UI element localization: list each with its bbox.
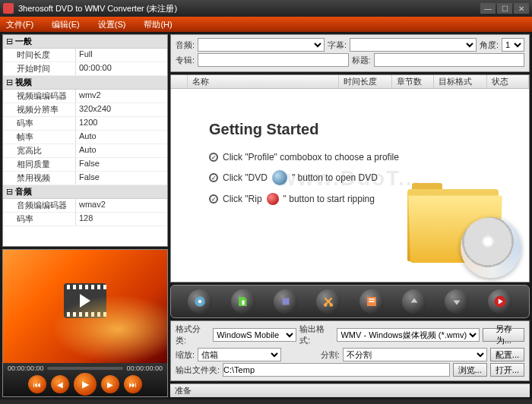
prop-val[interactable]: 320x240 [75, 103, 167, 116]
prop-val[interactable]: wmv2 [75, 90, 167, 103]
prop-row[interactable]: 相同质量False [3, 158, 167, 172]
film-icon [64, 283, 106, 318]
prop-key: 开始时间 [3, 62, 75, 75]
window-title: 3herosoft DVD to WMV Converter (未注册) [18, 3, 479, 14]
gs-line3a: Click "Rip [223, 194, 262, 204]
audio-select[interactable] [198, 38, 325, 52]
audio-label: 音频: [176, 39, 195, 51]
col-status[interactable]: 状态 [487, 75, 529, 88]
format-cat-select[interactable]: WindowS Mobile [213, 328, 296, 342]
rewind-button[interactable]: ◀ [51, 375, 69, 393]
subtitle-select[interactable] [350, 38, 477, 52]
col-check[interactable] [171, 75, 188, 88]
prop-row[interactable]: 宽高比Auto [3, 144, 167, 158]
svg-point-1 [198, 300, 202, 304]
split-select[interactable]: 不分割 [343, 348, 487, 361]
prop-key: 视频编编码器 [3, 90, 75, 103]
status-text: 准备 [175, 386, 192, 395]
prop-key: 视频分辨率 [3, 103, 75, 116]
prop-row[interactable]: 码率128 [3, 213, 167, 226]
gs-heading: Getting Started [209, 121, 399, 138]
open-folder-button[interactable]: 打开... [490, 363, 524, 377]
prop-row[interactable]: 禁用视频False [3, 172, 167, 185]
prop-row[interactable]: 视频编编码器wmv2 [3, 90, 167, 103]
col-target[interactable]: 目标格式 [434, 75, 487, 88]
config-button[interactable]: 配置... [490, 348, 524, 361]
prop-group[interactable]: 一般 [3, 35, 167, 49]
next-button[interactable]: ⏭ [124, 375, 142, 393]
properties-scroll[interactable]: 一般时间长度Full开始时间00:00:00视频视频编编码器wmv2视频分辨率3… [3, 35, 167, 246]
output-settings: 格式分类: WindowS Mobile 输出格式: WMV - Windows… [170, 320, 530, 381]
rip-icon [267, 193, 279, 205]
play-button[interactable]: ▶ [74, 373, 97, 396]
bullet-icon: ✓ [209, 173, 218, 182]
app-logo-icon [3, 3, 14, 14]
folder-art [407, 183, 514, 274]
prop-val[interactable]: False [75, 172, 167, 185]
move-up-button[interactable] [402, 289, 426, 314]
browse-button[interactable]: 浏览... [453, 363, 487, 377]
menu-edit[interactable]: 编辑(E) [52, 19, 80, 30]
prop-val[interactable]: False [75, 158, 167, 171]
rip-button[interactable] [488, 289, 512, 314]
output-format-select[interactable]: WMV - Windows媒体视频 (*.wmv) [337, 328, 480, 342]
prop-row[interactable]: 开始时间00:00:00 [3, 62, 167, 76]
prev-button[interactable]: ⏮ [28, 375, 46, 393]
seek-slider[interactable] [47, 367, 124, 370]
prop-key: 相同质量 [3, 158, 75, 171]
minimize-button[interactable]: — [480, 3, 496, 14]
prop-group[interactable]: 视频 [3, 76, 167, 90]
title-input[interactable] [374, 53, 524, 67]
gs-line2a: Click "DVD [223, 172, 268, 183]
prop-val[interactable]: 1200 [75, 117, 167, 130]
maximize-button[interactable]: ☐ [497, 3, 512, 14]
open-dvd-button[interactable] [188, 289, 212, 314]
bullet-icon: ✓ [209, 194, 218, 204]
bullet-icon: ✓ [209, 153, 218, 162]
file-list: 名称 时间长度 章节数 目标格式 状态 www.DuoT... Getting … [170, 74, 530, 282]
prop-row[interactable]: 码率1200 [3, 117, 167, 131]
prop-row[interactable]: 时间长度Full [3, 49, 167, 62]
prop-row[interactable]: 帧率Auto [3, 131, 167, 144]
album-input[interactable] [198, 53, 348, 67]
move-down-button[interactable] [445, 289, 469, 314]
title-label: 标题: [352, 55, 371, 66]
col-duration[interactable]: 时间长度 [339, 75, 392, 88]
prop-val[interactable]: Full [75, 49, 167, 62]
output-format-label: 输出格式: [299, 324, 334, 346]
menu-settings[interactable]: 设置(S) [98, 19, 126, 30]
split-label: 分割: [321, 349, 340, 361]
angle-select[interactable]: 1 [502, 38, 524, 52]
prop-val[interactable]: 128 [75, 213, 167, 226]
svg-rect-6 [369, 298, 375, 300]
col-chapters[interactable]: 章节数 [392, 75, 434, 88]
forward-button[interactable]: ▶ [101, 375, 119, 393]
prop-row[interactable]: 视频分辨率320x240 [3, 103, 167, 117]
col-name[interactable]: 名称 [188, 75, 339, 88]
prop-key: 码率 [3, 213, 75, 226]
prop-val[interactable]: wmav2 [75, 199, 167, 212]
prop-val[interactable]: Auto [75, 144, 167, 157]
zoom-select[interactable]: 信箱 [198, 348, 281, 361]
main-toolbar [170, 285, 530, 318]
menubar: 文件(F) 编辑(E) 设置(S) 帮助(H) [0, 17, 532, 32]
preview-panel: 00:00:00:00 00:00:00:00 ⏮ ◀ ▶ ▶ ⏭ [2, 249, 168, 397]
saveas-button[interactable]: 另存为... [483, 328, 524, 342]
prop-val[interactable]: 00:00:00 [75, 62, 167, 75]
prop-val[interactable]: Auto [75, 131, 167, 144]
menu-help[interactable]: 帮助(H) [144, 19, 172, 30]
close-button[interactable]: ✕ [514, 3, 529, 14]
cut-button[interactable] [316, 289, 340, 314]
preview-canvas [3, 250, 167, 363]
output-folder-input[interactable] [223, 363, 450, 377]
time-total: 00:00:00:00 [126, 365, 163, 372]
add-file-button[interactable] [231, 289, 255, 314]
stop-button[interactable] [274, 289, 298, 314]
format-cat-label: 格式分类: [176, 324, 210, 346]
settings-button[interactable] [359, 289, 384, 314]
prop-row[interactable]: 音频编编码器wmav2 [3, 199, 167, 213]
menu-file[interactable]: 文件(F) [6, 19, 33, 30]
prop-group[interactable]: 音频 [3, 185, 167, 199]
list-header: 名称 时间长度 章节数 目标格式 状态 [171, 75, 529, 89]
preview-controls: 00:00:00:00 00:00:00:00 ⏮ ◀ ▶ ▶ ⏭ [3, 363, 167, 396]
